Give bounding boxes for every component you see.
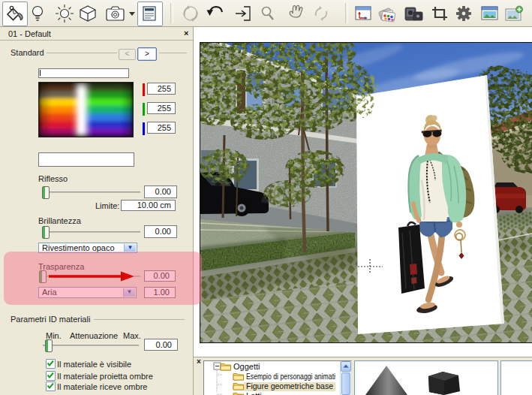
svg-text:Letti: Letti bbox=[246, 391, 262, 395]
svg-text:Oggetti: Oggetti bbox=[233, 362, 260, 371]
svg-text:Figure geometriche base: Figure geometriche base bbox=[246, 381, 333, 390]
svg-text:Esempio di personaggi animati: Esempio di personaggi animati bbox=[246, 372, 335, 381]
